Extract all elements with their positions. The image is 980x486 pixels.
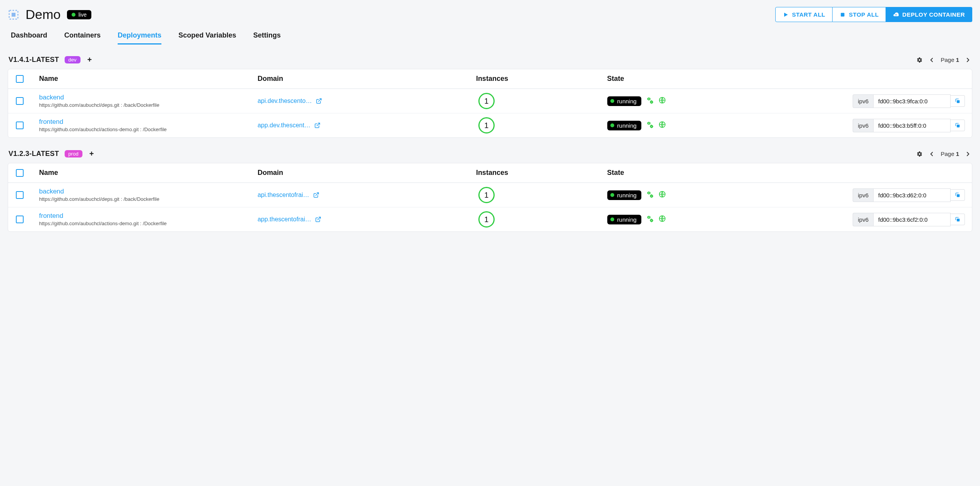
page-prev-button[interactable] <box>928 151 935 157</box>
svg-rect-8 <box>957 125 959 127</box>
copy-ip-button[interactable] <box>951 120 965 131</box>
copy-ip-button[interactable] <box>951 95 965 107</box>
config-icon[interactable] <box>646 190 654 200</box>
instances-cell: 1 <box>476 211 607 228</box>
instance-count: 1 <box>478 211 495 228</box>
stop-all-button[interactable]: STOP ALL <box>833 7 886 22</box>
external-link-icon[interactable] <box>314 122 320 128</box>
state-badge: running <box>607 96 641 106</box>
start-all-label: START ALL <box>792 11 825 18</box>
copy-ip-button[interactable] <box>951 189 965 201</box>
container-source: https://github.com/aubuchcl/actions-demo… <box>39 127 254 133</box>
settings-icon[interactable] <box>916 56 923 63</box>
section-header-right: Page 1 <box>916 56 971 63</box>
state-cell: running <box>607 96 826 106</box>
config-icon[interactable] <box>646 96 654 106</box>
state-cell: running <box>607 215 826 224</box>
ip-address: fd00::9bc3:9fca:0:0 <box>873 94 951 108</box>
column-state: State <box>607 75 826 83</box>
instances-cell: 1 <box>476 187 607 203</box>
config-icon[interactable] <box>646 121 654 130</box>
row-checkbox[interactable] <box>16 97 24 105</box>
row-checkbox[interactable] <box>16 191 24 199</box>
page-prev-button[interactable] <box>928 56 935 63</box>
start-all-button[interactable]: START ALL <box>775 7 833 22</box>
table-header: Name Domain Instances State <box>8 163 972 183</box>
add-deployment-button[interactable]: + <box>86 55 94 64</box>
deploy-container-label: DEPLOY CONTAINER <box>902 11 965 18</box>
table-row: backend https://github.com/aubuchcl/deps… <box>8 183 972 207</box>
row-checkbox[interactable] <box>16 216 24 223</box>
domain-cell: app.thescentofrai… <box>257 216 476 223</box>
network-icon[interactable] <box>658 121 666 130</box>
page-title: Demo <box>26 7 61 22</box>
column-state: State <box>607 169 826 177</box>
instances-cell: 1 <box>476 117 607 133</box>
deployment-section-header: V1.2.3-LATEST prod + Page 1 <box>8 149 972 163</box>
domain-link[interactable]: app.thescentofrai… <box>257 216 311 223</box>
name-cell: backend https://github.com/aubuchcl/deps… <box>39 94 257 109</box>
tab-settings[interactable]: Settings <box>253 31 281 44</box>
deploy-container-button[interactable]: DEPLOY CONTAINER <box>886 7 972 22</box>
ip-type-label: ipv6 <box>853 119 873 132</box>
copy-ip-button[interactable] <box>951 214 965 225</box>
header-left: Demo live <box>8 7 91 22</box>
table-row: backend https://github.com/aubuchcl/deps… <box>8 89 972 113</box>
page-next-button[interactable] <box>965 56 971 63</box>
select-all-checkbox[interactable] <box>16 169 24 177</box>
page-next-button[interactable] <box>965 151 971 157</box>
domain-link[interactable]: app.dev.thescent… <box>257 122 310 129</box>
network-icon[interactable] <box>658 215 666 224</box>
network-icon[interactable] <box>658 96 666 106</box>
container-name-link[interactable]: backend <box>39 94 254 101</box>
instance-count: 1 <box>478 187 495 203</box>
config-icon[interactable] <box>646 215 654 224</box>
tab-dashboard[interactable]: Dashboard <box>11 31 47 44</box>
section-header-right: Page 1 <box>916 151 971 157</box>
tab-bar: Dashboard Containers Deployments Scoped … <box>8 31 972 44</box>
svg-rect-2 <box>841 13 845 16</box>
container-name-link[interactable]: frontend <box>39 212 254 220</box>
domain-cell: app.dev.thescent… <box>257 122 476 129</box>
row-checkbox[interactable] <box>16 122 24 129</box>
column-instances: Instances <box>476 169 607 177</box>
state-label: running <box>617 122 637 129</box>
settings-icon[interactable] <box>916 151 923 157</box>
state-dot-icon <box>610 99 614 103</box>
network-icon[interactable] <box>658 190 666 200</box>
page-header: Demo live START ALL STOP ALL DEPLOY CONT… <box>8 7 972 22</box>
state-dot-icon <box>610 217 614 221</box>
svg-rect-1 <box>12 13 15 17</box>
external-link-icon[interactable] <box>316 98 322 104</box>
container-source: https://github.com/aubuchcl/deps.git : /… <box>39 196 254 203</box>
tab-containers[interactable]: Containers <box>64 31 101 44</box>
domain-cell: api.thescentofrai… <box>257 192 476 199</box>
ip-address: fd00::9bc3:b5ff:0:0 <box>873 119 951 132</box>
domain-link[interactable]: api.thescentofrai… <box>257 192 309 199</box>
external-link-icon[interactable] <box>315 216 321 222</box>
status-badge: live <box>67 10 91 19</box>
instance-count: 1 <box>478 93 495 109</box>
tab-scoped-variables[interactable]: Scoped Variables <box>178 31 236 44</box>
deployment-table: Name Domain Instances State backend http… <box>8 69 972 138</box>
svg-rect-14 <box>957 219 959 221</box>
container-name-link[interactable]: backend <box>39 188 254 195</box>
tab-deployments[interactable]: Deployments <box>118 31 161 44</box>
svg-line-12 <box>318 217 320 220</box>
external-link-icon[interactable] <box>313 192 319 198</box>
add-deployment-button[interactable]: + <box>88 149 96 158</box>
domain-link[interactable]: api.dev.thescento… <box>257 98 312 104</box>
deployment-version: V1.4.1-LATEST <box>9 56 59 64</box>
deployment-version: V1.2.3-LATEST <box>9 150 59 158</box>
section-header-left: V1.2.3-LATEST prod + <box>9 149 95 158</box>
deployment-table: Name Domain Instances State backend http… <box>8 163 972 232</box>
select-all-checkbox[interactable] <box>16 75 24 83</box>
container-source: https://github.com/aubuchcl/actions-demo… <box>39 221 254 227</box>
deployment-section-header: V1.4.1-LATEST dev + Page 1 <box>8 55 972 69</box>
page-indicator: Page 1 <box>941 56 959 63</box>
container-name-link[interactable]: frontend <box>39 118 254 126</box>
instances-cell: 1 <box>476 93 607 109</box>
svg-line-3 <box>318 99 321 101</box>
domain-cell: api.dev.thescento… <box>257 98 476 104</box>
svg-line-6 <box>317 123 320 126</box>
